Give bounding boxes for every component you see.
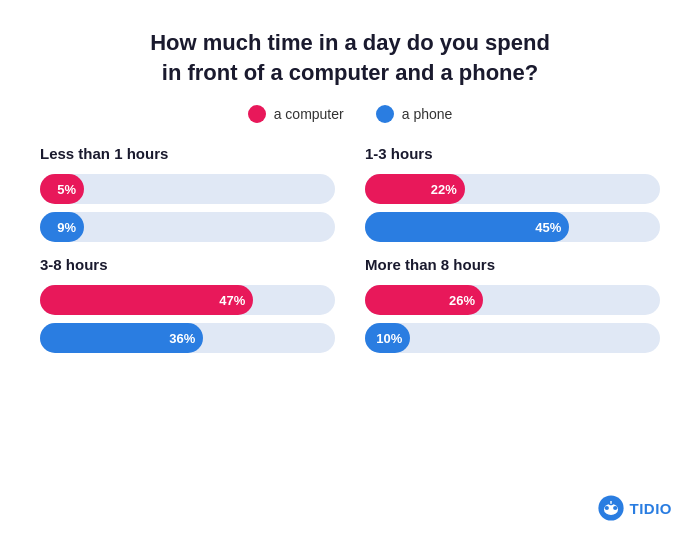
- computer-bar-row-less-than-1: 5%: [40, 174, 335, 204]
- phone-bar-track-more-than-8: 10%: [365, 323, 660, 353]
- phone-bar-track-3-8: 36%: [40, 323, 335, 353]
- charts-grid: Less than 1 hours5%9%1-3 hours22%45%3-8 …: [40, 145, 660, 353]
- computer-bar-track-less-than-1: 5%: [40, 174, 335, 204]
- computer-bar-track-1-3: 22%: [365, 174, 660, 204]
- computer-bar-row-1-3: 22%: [365, 174, 660, 204]
- section-title-more-than-8: More than 8 hours: [365, 256, 660, 273]
- legend: a computer a phone: [248, 105, 453, 123]
- legend-computer: a computer: [248, 105, 344, 123]
- phone-bar-fill-1-3: 45%: [365, 212, 569, 242]
- phone-bar-track-1-3: 45%: [365, 212, 660, 242]
- phone-bar-row-3-8: 36%: [40, 323, 335, 353]
- tidio-logo: TIDIO: [597, 494, 673, 522]
- computer-bar-row-more-than-8: 26%: [365, 285, 660, 315]
- phone-bar-row-1-3: 45%: [365, 212, 660, 242]
- section-title-3-8: 3-8 hours: [40, 256, 335, 273]
- legend-phone: a phone: [376, 105, 453, 123]
- tidio-icon: [597, 494, 625, 522]
- phone-bar-fill-less-than-1: 9%: [40, 212, 84, 242]
- computer-bar-fill-1-3: 22%: [365, 174, 465, 204]
- phone-bar-fill-more-than-8: 10%: [365, 323, 410, 353]
- computer-bar-track-more-than-8: 26%: [365, 285, 660, 315]
- computer-bar-fill-more-than-8: 26%: [365, 285, 483, 315]
- phone-bar-label-1-3: 45%: [535, 220, 561, 235]
- computer-bar-label-more-than-8: 26%: [449, 293, 475, 308]
- phone-bar-label-less-than-1: 9%: [57, 220, 76, 235]
- phone-legend-label: a phone: [402, 106, 453, 122]
- chart-section-less-than-1: Less than 1 hours5%9%: [40, 145, 335, 242]
- section-title-1-3: 1-3 hours: [365, 145, 660, 162]
- computer-legend-label: a computer: [274, 106, 344, 122]
- chart-title: How much time in a day do you spend in f…: [150, 28, 550, 87]
- phone-bar-fill-3-8: 36%: [40, 323, 203, 353]
- phone-bar-label-more-than-8: 10%: [376, 331, 402, 346]
- phone-bar-row-less-than-1: 9%: [40, 212, 335, 242]
- chart-section-1-3: 1-3 hours22%45%: [365, 145, 660, 242]
- computer-bar-label-3-8: 47%: [219, 293, 245, 308]
- phone-bar-label-3-8: 36%: [169, 331, 195, 346]
- computer-dot-icon: [248, 105, 266, 123]
- computer-bar-row-3-8: 47%: [40, 285, 335, 315]
- main-container: How much time in a day do you spend in f…: [0, 0, 700, 538]
- phone-bar-track-less-than-1: 9%: [40, 212, 335, 242]
- chart-section-more-than-8: More than 8 hours26%10%: [365, 256, 660, 353]
- computer-bar-fill-3-8: 47%: [40, 285, 253, 315]
- computer-bar-fill-less-than-1: 5%: [40, 174, 84, 204]
- phone-dot-icon: [376, 105, 394, 123]
- section-title-less-than-1: Less than 1 hours: [40, 145, 335, 162]
- svg-point-2: [604, 506, 608, 510]
- computer-bar-label-1-3: 22%: [431, 182, 457, 197]
- svg-point-3: [613, 506, 617, 510]
- computer-bar-track-3-8: 47%: [40, 285, 335, 315]
- computer-bar-label-less-than-1: 5%: [57, 182, 76, 197]
- tidio-brand-name: TIDIO: [630, 500, 673, 517]
- chart-section-3-8: 3-8 hours47%36%: [40, 256, 335, 353]
- svg-rect-5: [610, 501, 611, 504]
- phone-bar-row-more-than-8: 10%: [365, 323, 660, 353]
